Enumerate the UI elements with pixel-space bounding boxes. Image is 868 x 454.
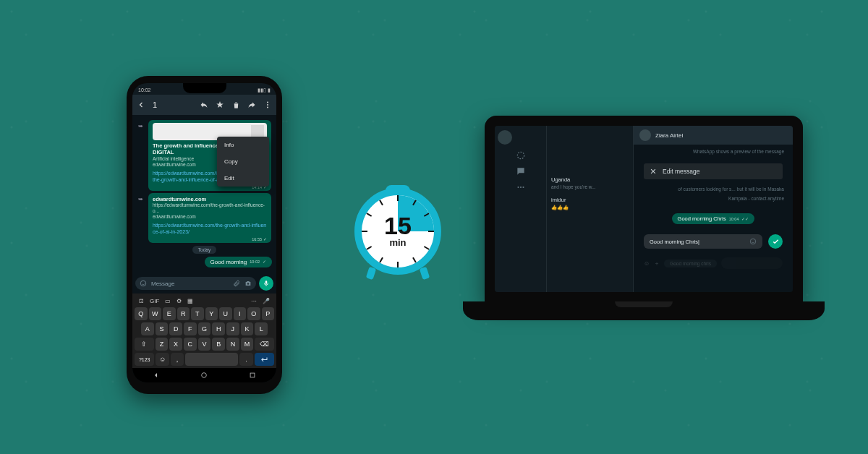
key[interactable]: X bbox=[169, 338, 182, 351]
key[interactable]: I bbox=[234, 307, 247, 320]
message-bubble[interactable]: ➥ edwardtumwine.com https://edwardtumwin… bbox=[148, 193, 271, 243]
key[interactable]: G bbox=[198, 322, 211, 335]
chat-preview: 👍👍👍 bbox=[551, 205, 629, 210]
translate-icon[interactable]: ▦ bbox=[187, 298, 193, 304]
key[interactable]: T bbox=[191, 307, 204, 320]
key[interactable]: E bbox=[163, 307, 176, 320]
camera-icon[interactable] bbox=[244, 280, 252, 287]
kb-mic-icon[interactable]: 🎤 bbox=[263, 298, 270, 304]
key[interactable]: Z bbox=[156, 338, 169, 351]
status-icon[interactable] bbox=[516, 150, 526, 160]
key[interactable]: D bbox=[169, 322, 182, 335]
chat-list[interactable]: Uganda and I hope you're w... imidur 👍👍👍 bbox=[547, 126, 634, 292]
confirm-edit-button[interactable] bbox=[768, 234, 783, 249]
key-backspace[interactable]: ⌫ bbox=[255, 338, 274, 351]
key[interactable]: Q bbox=[135, 307, 148, 320]
mic-button[interactable] bbox=[259, 276, 273, 291]
key-shift[interactable]: ⇧ bbox=[135, 338, 154, 351]
status-time: 10:02 bbox=[138, 87, 151, 93]
key[interactable]: R bbox=[177, 307, 190, 320]
chat-body[interactable]: Info Copy Edit ➥ The growth and influenc… bbox=[132, 115, 276, 273]
emoji-icon[interactable] bbox=[749, 238, 757, 245]
clipboard-icon[interactable]: ▭ bbox=[165, 298, 171, 304]
more-icon[interactable] bbox=[516, 182, 526, 192]
edit-input[interactable]: Good morning Chris| bbox=[644, 234, 762, 249]
msg-text: Good morning bbox=[210, 259, 247, 265]
laptop-device: Uganda and I hope you're w... imidur 👍👍👍… bbox=[463, 116, 825, 320]
keyboard[interactable]: ⊡ GIF ▭ ⚙ ▦ ⋯ 🎤 Q W E R T Y U I O P bbox=[132, 294, 276, 368]
keyboard-row: ?123 ☺ , . bbox=[135, 353, 274, 366]
reply-icon[interactable] bbox=[200, 100, 208, 109]
check-icon: ✓✓ bbox=[741, 217, 749, 221]
svg-point-2 bbox=[267, 107, 268, 108]
edit-message-label: Edit message bbox=[663, 168, 700, 175]
key-emoji[interactable]: ☺ bbox=[156, 353, 169, 366]
key[interactable]: L bbox=[255, 322, 268, 335]
menu-item-edit[interactable]: Edit bbox=[217, 170, 269, 187]
star-icon[interactable] bbox=[216, 100, 224, 109]
key[interactable]: V bbox=[198, 338, 211, 351]
message-input[interactable]: Message bbox=[135, 277, 256, 290]
menu-item-info[interactable]: Info bbox=[217, 137, 269, 153]
edit-input-value: Good morning Chris| bbox=[650, 239, 699, 245]
delete-icon[interactable] bbox=[231, 100, 240, 109]
svg-point-5 bbox=[202, 373, 207, 378]
key[interactable]: O bbox=[247, 307, 260, 320]
key[interactable]: F bbox=[184, 322, 197, 335]
date-pill: Today bbox=[192, 246, 216, 254]
settings-icon[interactable]: ⚙ bbox=[176, 298, 182, 304]
link-url[interactable]: https://edwardtumwine.com/the-growth-and… bbox=[153, 223, 267, 236]
key[interactable]: U bbox=[219, 307, 232, 320]
key[interactable]: P bbox=[262, 307, 275, 320]
key-period[interactable]: . bbox=[239, 353, 252, 366]
key[interactable]: Y bbox=[205, 307, 218, 320]
avatar[interactable] bbox=[639, 129, 651, 141]
key-comma[interactable]: , bbox=[171, 353, 184, 366]
chat-list-item[interactable]: Uganda and I hope you're w... bbox=[551, 176, 629, 189]
back-icon[interactable] bbox=[137, 100, 145, 109]
forwarded-icon: ➥ bbox=[138, 123, 143, 130]
key[interactable]: K bbox=[241, 322, 254, 335]
key[interactable]: S bbox=[156, 322, 169, 335]
nav-home-icon[interactable] bbox=[199, 370, 209, 380]
conversation-header[interactable]: Ziara Airtel bbox=[634, 126, 793, 145]
key-space[interactable] bbox=[185, 353, 238, 366]
forward-icon[interactable] bbox=[247, 100, 256, 109]
sticker-icon[interactable]: ⊡ bbox=[139, 298, 144, 304]
emoji-icon[interactable] bbox=[140, 280, 147, 287]
attach-icon[interactable] bbox=[233, 280, 240, 287]
menu-item-copy[interactable]: Copy bbox=[217, 153, 269, 170]
key[interactable]: J bbox=[226, 322, 239, 335]
chat-list-item[interactable]: imidur 👍👍👍 bbox=[551, 197, 629, 210]
clock-leg bbox=[420, 267, 430, 280]
conversation-body[interactable]: WhatsApp shows a preview of the message … bbox=[634, 145, 793, 292]
dimmed-pill: Good morning chris bbox=[664, 260, 717, 267]
key[interactable]: A bbox=[141, 322, 154, 335]
dimmed-message: WhatsApp shows a preview of the message bbox=[638, 149, 788, 158]
key-enter[interactable] bbox=[255, 353, 274, 366]
key[interactable]: H bbox=[212, 322, 225, 335]
msg-time: 10:02 bbox=[250, 260, 260, 264]
message-bubble[interactable]: Good morning Chris 10:04 ✓✓ bbox=[672, 213, 755, 224]
key-numeric[interactable]: ?123 bbox=[135, 353, 154, 366]
chat-icon[interactable] bbox=[516, 166, 526, 176]
gif-button[interactable]: GIF bbox=[150, 298, 159, 304]
clock-unit: min bbox=[389, 237, 406, 248]
keyboard-row: ⇧ Z X C V B N M ⌫ bbox=[135, 338, 274, 351]
msg-time: 16:55 bbox=[252, 237, 262, 242]
kb-more-icon[interactable]: ⋯ bbox=[251, 298, 257, 304]
message-bubble[interactable]: Good morning 10:02 ✓ bbox=[205, 257, 272, 267]
msg-time: 10:04 bbox=[729, 217, 739, 221]
key[interactable]: W bbox=[149, 307, 162, 320]
avatar[interactable] bbox=[498, 130, 512, 145]
key[interactable]: C bbox=[184, 338, 197, 351]
more-icon[interactable] bbox=[263, 100, 272, 109]
key[interactable]: M bbox=[241, 338, 254, 351]
close-icon[interactable] bbox=[650, 168, 657, 175]
nav-recent-icon[interactable] bbox=[247, 370, 258, 380]
key[interactable]: N bbox=[226, 338, 239, 351]
check-icon: ✓ bbox=[263, 237, 267, 242]
conversation-panel: Ziara Airtel WhatsApp shows a preview of… bbox=[634, 126, 793, 292]
nav-back-icon[interactable] bbox=[151, 370, 161, 380]
key[interactable]: B bbox=[212, 338, 225, 351]
